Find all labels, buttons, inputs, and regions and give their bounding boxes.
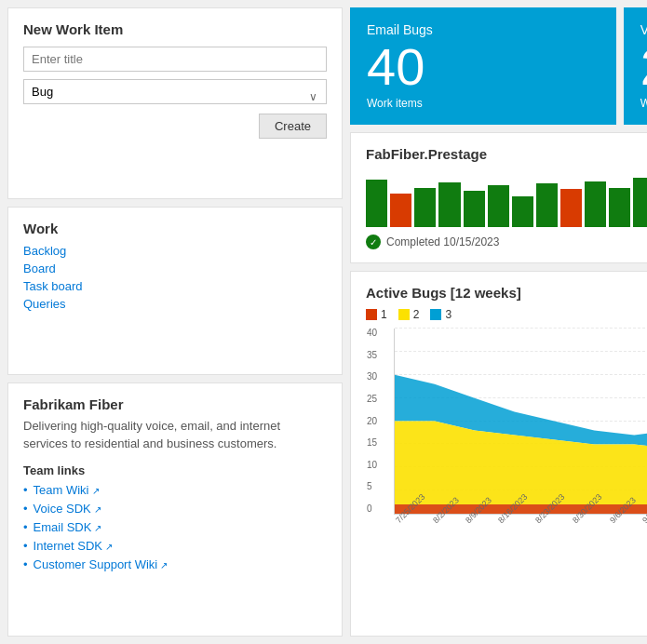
prestage-panel: FabFiber.Prestage ✓ Completed 10/15/2023 xyxy=(350,132,647,263)
new-work-item-panel: New Work Item Bug Task User Story Featur… xyxy=(7,7,343,199)
voice-bugs-count: 21 xyxy=(640,41,647,93)
completed-text: Completed 10/15/2023 xyxy=(386,235,499,248)
email-bugs-tile[interactable]: Email Bugs 40 Work items xyxy=(350,7,616,125)
bar xyxy=(633,178,647,227)
y-label: 20 xyxy=(367,417,377,426)
bar xyxy=(536,183,558,227)
list-item: Voice SDK↗ xyxy=(23,502,327,516)
bar xyxy=(390,194,411,227)
bar xyxy=(366,180,387,227)
work-link[interactable]: Backlog xyxy=(23,244,327,258)
list-item: Customer Support Wiki↗ xyxy=(23,557,327,571)
external-link-icon: ↗ xyxy=(92,486,100,496)
list-item: Internet SDK↗ xyxy=(23,539,327,553)
external-link-icon: ↗ xyxy=(94,523,101,533)
legend-item: 2 xyxy=(398,308,420,321)
chart-area: 0510152025303540 xyxy=(394,329,647,515)
area-chart xyxy=(395,329,647,514)
y-label: 30 xyxy=(367,372,377,382)
work-link[interactable]: Board xyxy=(23,262,327,275)
email-bugs-count: 40 xyxy=(367,41,600,93)
y-label: 5 xyxy=(367,482,377,491)
legend-color xyxy=(398,309,410,320)
y-label: 25 xyxy=(367,395,377,404)
active-bugs-panel: Active Bugs [12 weeks] 123 0510152025303… xyxy=(350,271,647,637)
legend-label: 3 xyxy=(445,308,452,321)
title-input[interactable] xyxy=(23,47,327,72)
external-link-icon: ↗ xyxy=(94,504,101,515)
y-label: 40 xyxy=(367,329,377,338)
right-column: Email Bugs 40 Work items Voice Bugs 21 W… xyxy=(350,7,647,637)
legend-item: 3 xyxy=(430,308,452,321)
bar xyxy=(585,181,606,227)
bar xyxy=(512,196,533,227)
team-link[interactable]: Internet SDK↗ xyxy=(34,539,113,553)
email-bugs-subtitle: Work items xyxy=(367,97,600,110)
work-links: BacklogBoardTask boardQueries xyxy=(23,244,327,311)
y-label: 35 xyxy=(367,351,377,360)
type-select[interactable]: Bug Task User Story Feature Epic xyxy=(23,79,327,104)
y-label: 15 xyxy=(367,438,377,448)
bar xyxy=(414,188,436,227)
legend-color xyxy=(430,309,441,320)
email-bugs-title: Email Bugs xyxy=(367,22,600,37)
external-link-icon: ↗ xyxy=(160,560,168,570)
work-link[interactable]: Task board xyxy=(23,279,327,293)
team-links-title: Team links xyxy=(23,463,327,477)
y-label: 10 xyxy=(367,461,377,470)
team-link[interactable]: Team Wiki↗ xyxy=(34,483,100,497)
fabrikam-panel: Fabrikam Fiber Delivering high-quality v… xyxy=(7,382,343,637)
list-item: Team Wiki↗ xyxy=(23,483,327,497)
voice-bugs-tile[interactable]: Voice Bugs 21 Work items xyxy=(624,7,647,125)
create-button[interactable]: Create xyxy=(259,114,327,139)
completed-row: ✓ Completed 10/15/2023 xyxy=(366,235,647,249)
voice-bugs-title: Voice Bugs xyxy=(640,22,647,37)
team-links-list: Team Wiki↗Voice SDK↗Email SDK↗Internet S… xyxy=(23,483,327,571)
y-label: 0 xyxy=(367,504,377,514)
voice-bugs-subtitle: Work items xyxy=(640,97,647,110)
bar xyxy=(438,182,460,227)
team-link[interactable]: Customer Support Wiki↗ xyxy=(34,557,168,571)
team-link[interactable]: Voice SDK↗ xyxy=(34,502,101,516)
legend-item: 1 xyxy=(366,308,387,321)
check-icon: ✓ xyxy=(366,235,381,249)
fabrikam-title: Fabrikam Fiber xyxy=(23,396,327,412)
bar xyxy=(560,189,582,227)
bar xyxy=(488,185,509,227)
list-item: Email SDK↗ xyxy=(23,520,327,534)
work-panel: Work BacklogBoardTask boardQueries xyxy=(7,207,343,375)
work-link[interactable]: Queries xyxy=(23,297,327,311)
team-link[interactable]: Email SDK↗ xyxy=(34,520,102,534)
legend-label: 2 xyxy=(413,308,420,321)
bar xyxy=(464,191,485,227)
active-bugs-title: Active Bugs [12 weeks] xyxy=(366,285,647,301)
legend-label: 1 xyxy=(381,308,387,321)
prestage-bar-chart xyxy=(366,171,647,227)
prestage-title: FabFiber.Prestage xyxy=(366,146,647,162)
x-labels: 7/25/20238/2/20238/9/20238/16/20238/23/2… xyxy=(394,518,647,528)
fabrikam-description: Delivering high-quality voice, email, an… xyxy=(23,418,327,451)
legend: 123 xyxy=(366,308,647,321)
work-title: Work xyxy=(23,221,327,236)
bar xyxy=(609,188,630,227)
tiles-row: Email Bugs 40 Work items Voice Bugs 21 W… xyxy=(350,7,647,125)
y-axis: 0510152025303540 xyxy=(367,329,377,514)
external-link-icon: ↗ xyxy=(105,542,113,552)
legend-color xyxy=(366,309,377,320)
new-work-item-title: New Work Item xyxy=(23,21,327,37)
